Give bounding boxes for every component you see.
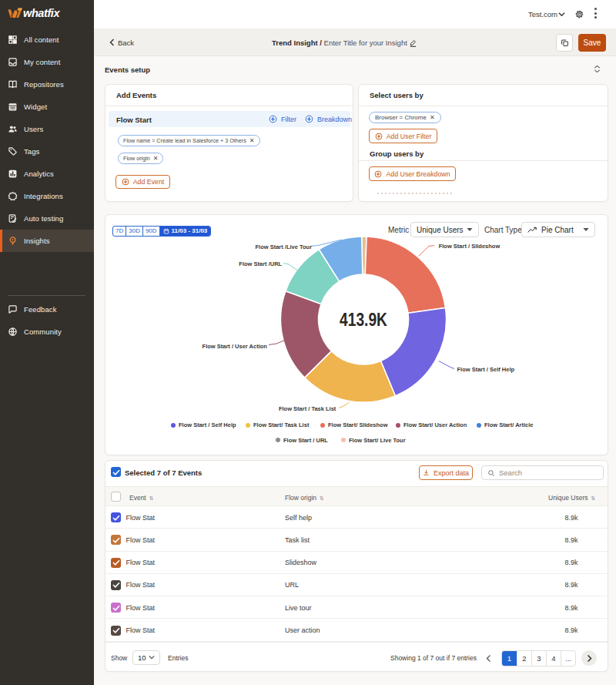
svg-text:413.9K: 413.9K: [340, 308, 387, 330]
svg-text:Flow Start / Self Help: Flow Start / Self Help: [457, 366, 515, 373]
svg-text:Flow Start / Task List: Flow Start / Task List: [279, 405, 336, 412]
svg-text:Flow Start /URL: Flow Start /URL: [239, 260, 282, 267]
svg-text:whatfix: whatfix: [23, 7, 60, 19]
svg-text:Flow Start / Slideshow: Flow Start / Slideshow: [439, 243, 500, 250]
svg-text:Flow Start / User Action: Flow Start / User Action: [203, 343, 268, 350]
svg-text:Flow Start /Live Tour: Flow Start /Live Tour: [256, 243, 313, 250]
